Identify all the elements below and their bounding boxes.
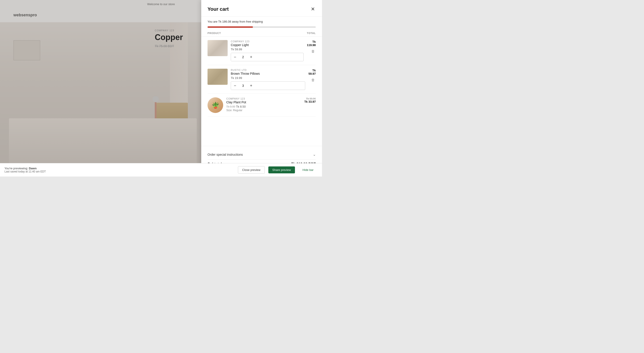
qty-value-1: 2 [239, 55, 247, 59]
product-title: Copper [155, 33, 200, 42]
col-product: PRODUCT [208, 32, 221, 35]
qty-decrease-1[interactable]: − [231, 53, 239, 61]
qty-value-2: 3 [239, 84, 247, 88]
item-right-copper-light: Tk119.98 🗑 [307, 40, 316, 54]
qty-increase-1[interactable]: + [247, 53, 255, 61]
item-vendor: COMPANY 123 [231, 40, 304, 43]
item-details-pillows: RUSTIC LTD Brown Throw Pillows Tk 19.99 … [231, 69, 305, 90]
item-price-current: Tk 8.50 [236, 105, 246, 108]
saved-text: Last saved today at 11:40 am EDT [4, 170, 234, 173]
cart-column-headers: PRODUCT TOTAL [201, 31, 322, 37]
item-delete-1[interactable]: 🗑 [310, 49, 316, 54]
cart-item: COMPANY 123 Copper Light Tk 59.99 − 2 + … [208, 37, 316, 65]
item-size: Size: Regular [226, 109, 301, 112]
previewing-label: You're previewing: Dawn [4, 167, 37, 170]
item-right-pillows: Tk59.97 🗑 [308, 69, 316, 83]
product-price-old: Tk 75.00 BDT [155, 44, 200, 48]
chevron-down-icon: ⌄ [313, 152, 316, 157]
theme-name: Dawn [29, 167, 37, 170]
item-price: Tk 19.99 [231, 76, 305, 80]
item-price: Tk 9.99 Tk 8.50 [226, 105, 301, 108]
item-name: Clay Plant Pot [226, 100, 301, 104]
cart-title: Your cart [208, 6, 229, 12]
close-preview-button[interactable]: Close preview [238, 166, 265, 174]
qty-increase-2[interactable]: + [247, 82, 255, 90]
col-total: TOTAL [307, 32, 316, 35]
item-details-copper-light: COMPANY 123 Copper Light Tk 59.99 − 2 + [231, 40, 304, 61]
item-total-old: Tk 39.96 [304, 97, 316, 100]
cart-item: 🪴 COMPANY 123 Clay Plant Pot Tk 9.99 Tk … [208, 94, 316, 117]
item-image-pot: 🪴 [208, 97, 223, 113]
item-details-pot: COMPANY 123 Clay Plant Pot Tk 9.99 Tk 8.… [226, 97, 301, 112]
item-price-old: Tk 9.99 [226, 105, 235, 108]
product-info: COMPANY 123 Copper Tk 75.00 BDT [155, 29, 200, 51]
order-instructions-label: Order special instructions [208, 153, 243, 156]
item-price: Tk 59.99 [231, 48, 304, 51]
item-total-pillows: Tk59.97 [308, 69, 316, 75]
item-name: Copper Light [231, 43, 304, 47]
item-vendor: RUSTIC LTD [231, 69, 305, 71]
cart-shipping-message: You are Tk 186.08 away from free shippin… [201, 17, 322, 25]
share-preview-button[interactable]: Share preview [268, 166, 295, 173]
quantity-control-1: − 2 + [231, 53, 304, 61]
cart-overlay [0, 0, 201, 177]
item-right-pot: Tk 39.96 Tk 33.97 [304, 97, 316, 103]
preview-bar-text: You're previewing: Dawn Last saved today… [4, 167, 234, 173]
cart-panel: Your cart ✕ You are Tk 186.08 away from … [201, 0, 322, 177]
qty-decrease-2[interactable]: − [231, 82, 239, 90]
item-name: Brown Throw Pillows [231, 72, 305, 75]
item-delete-2[interactable]: 🗑 [310, 77, 316, 83]
product-company: COMPANY 123 [155, 29, 200, 32]
cart-items-list: COMPANY 123 Copper Light Tk 59.99 − 2 + … [201, 37, 322, 146]
item-image-pillows [208, 69, 228, 85]
cart-item: RUSTIC LTD Brown Throw Pillows Tk 19.99 … [208, 65, 316, 94]
cart-close-button[interactable]: ✕ [310, 5, 316, 13]
preview-bar: You're previewing: Dawn Last saved today… [0, 163, 322, 177]
order-instructions-row[interactable]: Order special instructions ⌄ [208, 150, 316, 160]
shipping-progress-fill [208, 27, 253, 28]
item-vendor: COMPANY 123 [226, 97, 301, 100]
shipping-progress-bar [208, 27, 316, 28]
item-image-copper-light [208, 40, 228, 56]
quantity-control-2: − 3 + [231, 81, 305, 90]
cart-header: Your cart ✕ [201, 0, 322, 17]
item-total-copper-light: Tk119.98 [307, 40, 316, 47]
hide-bar-button[interactable]: Hide bar [298, 166, 318, 173]
item-total-pot: Tk 39.96 Tk 33.97 [304, 97, 316, 103]
